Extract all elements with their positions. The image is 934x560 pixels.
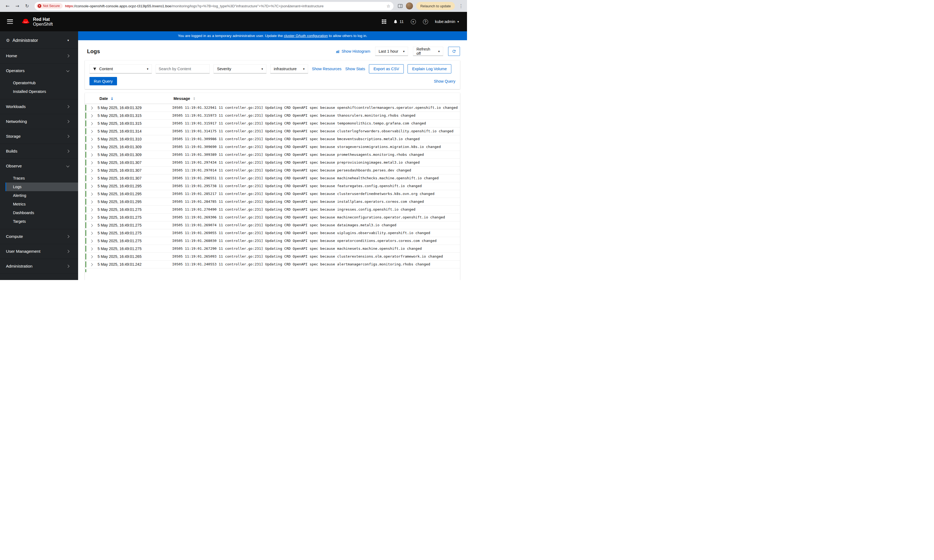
sidebar-item-operators[interactable]: Operators: [0, 63, 78, 78]
run-query-button[interactable]: Run Query: [90, 77, 117, 85]
sidebar-item-label: Workloads: [6, 104, 26, 109]
table-row: 5 May 2025, 16:49:01.310I0505 11:19:01.3…: [85, 135, 460, 143]
tenant-select[interactable]: infrastructure ▾: [270, 64, 308, 74]
address-bar[interactable]: × Not Secure https://console-openshift-c…: [35, 2, 394, 10]
sidebar-item-workloads[interactable]: Workloads: [0, 99, 78, 114]
banner-text-after: to allow others to log in.: [328, 34, 367, 38]
expand-row-icon[interactable]: [90, 240, 93, 243]
filter-icon: [93, 67, 96, 71]
refresh-interval-select[interactable]: Refresh off ▾: [413, 47, 443, 56]
sidebar-item-operatorhub[interactable]: OperatorHub: [5, 78, 78, 87]
bookmark-star-icon[interactable]: ☆: [386, 3, 390, 9]
expand-row-icon[interactable]: [90, 185, 93, 188]
sidebar-item-administration[interactable]: Administration: [0, 259, 78, 274]
log-date: 5 May 2025, 16:49:01.309: [97, 145, 172, 149]
back-button[interactable]: ←: [3, 2, 12, 10]
browser-menu-icon[interactable]: ⋮: [458, 3, 464, 9]
page-header: Logs Show Histogram Last 1 hour ▾ Refres…: [78, 40, 467, 60]
expand-row-icon[interactable]: [90, 263, 93, 266]
sidebar-item-user-management[interactable]: User Management: [0, 244, 78, 259]
oauth-config-link[interactable]: cluster OAuth configuration: [284, 34, 328, 38]
sidebar-item-targets[interactable]: Targets: [5, 217, 78, 226]
log-message: I0505 11:19:01.267290 11 controller.go:2…: [172, 246, 458, 251]
expand-row-icon[interactable]: [90, 224, 93, 227]
sidebar-item-observe[interactable]: Observe: [0, 159, 78, 173]
severity-select[interactable]: Severity ▾: [213, 64, 267, 74]
sidebar-item-home[interactable]: Home: [0, 49, 78, 63]
relaunch-to-update-button[interactable]: Relaunch to update: [416, 2, 455, 10]
show-query-link[interactable]: Show Query: [434, 79, 455, 83]
chevron-right-icon: [66, 235, 69, 238]
brand-line1: Red Hat: [33, 17, 53, 22]
show-histogram-link[interactable]: Show Histogram: [336, 49, 370, 54]
expand-row-icon[interactable]: [90, 216, 93, 219]
reload-button[interactable]: ↻: [23, 2, 31, 10]
masthead: Red Hat OpenShift 11 + ? kube:admin ▾: [0, 12, 467, 31]
notifications-bell[interactable]: 11: [393, 19, 403, 24]
sidebar-item-storage[interactable]: Storage: [0, 129, 78, 144]
browser-toolbar: ← → ↻ × Not Secure https://console-opens…: [0, 0, 467, 12]
sidebar-item-metrics[interactable]: Metrics: [5, 200, 78, 208]
profile-avatar[interactable]: [406, 2, 413, 9]
severity-accent: [85, 105, 86, 111]
show-stats-link[interactable]: Show Stats: [345, 67, 365, 71]
expand-row-icon[interactable]: [90, 247, 93, 250]
time-range-select[interactable]: Last 1 hour ▾: [375, 47, 408, 56]
perspective-switcher[interactable]: ⚙ Administrator ▾: [0, 31, 78, 49]
expand-row-icon[interactable]: [90, 122, 93, 125]
sidebar-item-installed-operators[interactable]: Installed Operators: [5, 87, 78, 96]
expand-row-icon[interactable]: [90, 161, 93, 164]
sidebar-item-networking[interactable]: Networking: [0, 114, 78, 129]
expand-row-icon[interactable]: [90, 192, 93, 195]
log-message: I0505 11:19:01.297434 11 controller.go:2…: [172, 160, 458, 165]
quick-create-icon[interactable]: +: [411, 19, 416, 24]
temp-admin-banner: You are logged in as a temporary adminis…: [78, 31, 467, 40]
content-filter-select[interactable]: Content ▾: [90, 64, 152, 74]
help-icon[interactable]: ?: [423, 19, 428, 24]
app-launcher-icon[interactable]: [382, 20, 386, 24]
log-message: I0505 11:19:01.284785 11 controller.go:2…: [172, 200, 458, 204]
sidebar-item-traces[interactable]: Traces: [5, 174, 78, 183]
sidebar-item-logs[interactable]: Logs: [5, 183, 78, 191]
sidebar-item-compute[interactable]: Compute: [0, 229, 78, 244]
expand-row-icon[interactable]: [90, 232, 93, 235]
expand-row-icon[interactable]: [90, 114, 93, 117]
log-table-body: 5 May 2025, 16:49:01.329I0505 11:19:01.3…: [85, 104, 460, 280]
expand-row-icon[interactable]: [90, 153, 93, 156]
log-message: I0505 11:19:01.295738 11 controller.go:2…: [172, 184, 458, 188]
sort-icon: ↕: [193, 97, 196, 101]
explain-log-volume-button[interactable]: Explain Log Volume: [408, 64, 451, 74]
notification-count: 11: [400, 20, 403, 24]
refresh-button[interactable]: [448, 47, 460, 56]
expand-row-icon[interactable]: [90, 255, 93, 258]
log-message: I0505 11:19:01.309389 11 controller.go:2…: [172, 152, 458, 157]
expand-row-icon[interactable]: [90, 106, 93, 109]
forward-button[interactable]: →: [13, 2, 22, 10]
expand-row-icon[interactable]: [90, 146, 93, 149]
log-message: I0505 11:19:01.265093 11 controller.go:2…: [172, 254, 458, 258]
export-csv-button[interactable]: Export as CSV: [369, 64, 404, 74]
log-date: 5 May 2025, 16:49:01.275: [97, 246, 172, 251]
sidebar-item-dashboards[interactable]: Dashboards: [5, 208, 78, 217]
show-resources-link[interactable]: Show Resources: [312, 67, 341, 71]
expand-row-icon[interactable]: [90, 169, 93, 172]
tenant-value: infrastructure: [274, 67, 297, 71]
brand-logo[interactable]: Red Hat OpenShift: [21, 17, 53, 27]
search-input[interactable]: [156, 64, 210, 74]
expand-row-icon[interactable]: [90, 208, 93, 211]
expand-row-icon[interactable]: [90, 130, 93, 133]
side-panel-icon[interactable]: [398, 4, 403, 8]
not-secure-chip[interactable]: × Not Secure: [36, 3, 63, 9]
nav-toggle-icon[interactable]: [7, 20, 13, 24]
expand-row-icon[interactable]: [90, 200, 93, 203]
sidebar-item-builds[interactable]: Builds: [0, 144, 78, 159]
expand-row-icon[interactable]: [90, 138, 93, 141]
user-menu[interactable]: kube:admin ▾: [435, 20, 459, 24]
expand-row-icon[interactable]: [90, 177, 93, 180]
message-column-header[interactable]: Message ↕: [173, 96, 458, 101]
severity-accent: [85, 246, 86, 252]
sidebar-item-alerting[interactable]: Alerting: [5, 191, 78, 200]
log-date: 5 May 2025, 16:49:01.309: [97, 152, 172, 157]
table-row: 5 May 2025, 16:49:01.275I0505 11:19:01.2…: [85, 214, 460, 222]
date-column-header[interactable]: Date ↓: [99, 96, 173, 101]
